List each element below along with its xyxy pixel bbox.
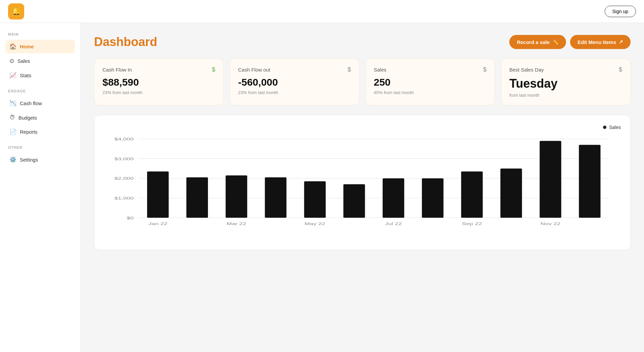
svg-text:Nov 22: Nov 22 (541, 221, 561, 226)
svg-text:$4,000: $4,000 (114, 137, 134, 141)
stat-card-value: $88,590 (102, 77, 215, 88)
settings-icon: ⚙️ (9, 156, 16, 163)
sidebar-item-stats[interactable]: 📈Stats (5, 69, 75, 82)
sidebar-section-main: MAIN🏠Home⊙Sales📈Stats (5, 32, 75, 82)
svg-text:$0: $0 (127, 216, 134, 220)
sidebar-section-label: ENGAGE (5, 89, 75, 93)
stat-card-currency-icon: $ (483, 66, 486, 73)
svg-rect-20 (540, 141, 561, 218)
stat-card-currency-icon: $ (619, 66, 622, 73)
bar-chart: $0$1,000$2,000$3,000$4,000Jan 22Mar 22Ma… (104, 135, 621, 243)
svg-text:$1,000: $1,000 (114, 196, 134, 200)
page-title: Dashboard (94, 35, 157, 49)
stat-card-header: Cash Flow In$ (102, 66, 215, 73)
stat-card-label: Best Sales Day (509, 67, 544, 73)
svg-rect-18 (461, 171, 483, 218)
svg-rect-14 (304, 181, 326, 218)
stat-card-subtitle: 45% from last month (374, 90, 487, 95)
sidebar-section-label: MAIN (5, 32, 75, 36)
external-link-icon: ↗ (619, 39, 623, 45)
svg-text:Jan 22: Jan 22 (148, 221, 167, 226)
sidebar-section-engage: ENGAGE📉Cash flow⏱Budgets📄Reports (5, 89, 75, 139)
stat-card-label: Cash Flow In (102, 67, 132, 73)
sidebar-item-label-sales: Sales (17, 58, 30, 64)
svg-rect-19 (501, 169, 522, 218)
sidebar-item-label-settings: Settings (20, 157, 38, 163)
stat-card-value: Tuesday (509, 77, 622, 91)
chart-legend: Sales (104, 125, 621, 130)
svg-rect-21 (579, 145, 600, 218)
legend-dot (603, 126, 606, 129)
chart-area: $0$1,000$2,000$3,000$4,000Jan 22Mar 22Ma… (104, 135, 621, 243)
topbar: 🔔 Sign up (0, 0, 644, 23)
stat-card-currency-icon: $ (347, 66, 351, 73)
stat-card-currency-icon: $ (212, 66, 215, 73)
svg-rect-16 (383, 178, 404, 218)
svg-text:$2,000: $2,000 (114, 176, 134, 181)
svg-text:May 22: May 22 (305, 221, 326, 226)
sidebar-item-label-reports: Reports (20, 129, 38, 135)
stat-card-label: Cash Flow out (238, 67, 270, 73)
stat-card-1: Cash Flow out$-560,00023% from last mont… (230, 58, 359, 105)
svg-rect-13 (265, 177, 286, 218)
stat-card-value: -560,000 (238, 77, 351, 88)
sidebar-item-label-cashflow: Cash flow (20, 100, 42, 106)
header-actions: Record a sale ✏️ Edit Menu Items ↗ (509, 35, 631, 49)
stat-card-value: 250 (374, 77, 487, 88)
stats-icon: 📈 (9, 72, 16, 79)
pencil-icon: ✏️ (552, 39, 559, 45)
main-content: Dashboard Record a sale ✏️ Edit Menu Ite… (81, 23, 644, 352)
stat-cards: Cash Flow In$$88,59023% from last monthC… (94, 58, 631, 105)
sidebar-item-label-budgets: Budgets (18, 115, 37, 121)
chart-card: Sales $0$1,000$2,000$3,000$4,000Jan 22Ma… (94, 115, 631, 250)
stat-card-label: Sales (374, 67, 387, 73)
budgets-icon: ⏱ (9, 114, 15, 121)
stat-card-0: Cash Flow In$$88,59023% from last month (94, 58, 224, 105)
edit-menu-button[interactable]: Edit Menu Items ↗ (570, 35, 631, 49)
stat-card-2: Sales$25045% from last month (366, 58, 495, 105)
signup-button[interactable]: Sign up (605, 6, 636, 17)
svg-rect-10 (147, 171, 169, 218)
sidebar-item-label-home: Home (20, 44, 34, 49)
svg-rect-17 (422, 178, 443, 218)
svg-text:Mar 22: Mar 22 (226, 221, 246, 226)
sales-icon: ⊙ (9, 57, 14, 64)
stat-card-subtitle: 23% from last month (238, 90, 351, 95)
layout: MAIN🏠Home⊙Sales📈StatsENGAGE📉Cash flow⏱Bu… (0, 23, 644, 352)
page-header: Dashboard Record a sale ✏️ Edit Menu Ite… (94, 35, 631, 49)
logo: 🔔 (8, 3, 24, 19)
sidebar-section-label: OTHER (5, 145, 75, 149)
sidebar-item-home[interactable]: 🏠Home (5, 40, 75, 53)
stat-card-subtitle: from last month (509, 93, 622, 98)
svg-rect-11 (186, 177, 208, 218)
stat-card-header: Best Sales Day$ (509, 66, 622, 73)
svg-rect-15 (343, 184, 365, 218)
edit-menu-label: Edit Menu Items (577, 39, 616, 45)
stat-card-header: Cash Flow out$ (238, 66, 351, 73)
stat-card-subtitle: 23% from last month (102, 90, 215, 95)
sidebar-item-sales[interactable]: ⊙Sales (5, 54, 75, 68)
legend-label: Sales (609, 125, 621, 130)
stat-card-3: Best Sales Day$Tuesdayfrom last month (501, 58, 631, 105)
svg-text:Sep 22: Sep 22 (462, 221, 482, 226)
sidebar-item-budgets[interactable]: ⏱Budgets (5, 111, 75, 124)
sidebar-item-cashflow[interactable]: 📉Cash flow (5, 96, 75, 110)
record-sale-button[interactable]: Record a sale ✏️ (509, 35, 566, 49)
cashflow-icon: 📉 (9, 100, 16, 107)
stat-card-header: Sales$ (374, 66, 487, 73)
sidebar-item-label-stats: Stats (20, 73, 31, 78)
reports-icon: 📄 (9, 128, 16, 135)
sidebar-item-settings[interactable]: ⚙️Settings (5, 153, 75, 167)
svg-text:$3,000: $3,000 (114, 157, 134, 161)
sidebar-item-reports[interactable]: 📄Reports (5, 125, 75, 139)
logo-icon: 🔔 (12, 7, 21, 16)
svg-text:Jul 22: Jul 22 (385, 221, 402, 226)
sidebar: MAIN🏠Home⊙Sales📈StatsENGAGE📉Cash flow⏱Bu… (0, 23, 81, 352)
sidebar-section-other: OTHER⚙️Settings (5, 145, 75, 167)
home-icon: 🏠 (9, 43, 16, 50)
svg-rect-12 (226, 175, 247, 218)
record-sale-label: Record a sale (517, 39, 550, 45)
